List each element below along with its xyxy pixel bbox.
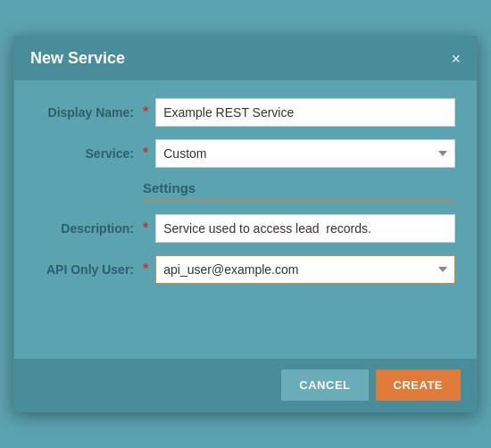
api-user-row: API Only User: * api_user@example.com ad… bbox=[36, 255, 455, 284]
service-row: Service: * Custom REST SOAP bbox=[36, 139, 455, 168]
description-row: Description: * bbox=[36, 214, 455, 243]
api-user-select[interactable]: api_user@example.com admin@example.com bbox=[155, 255, 455, 284]
dialog-footer: CANCEL CREATE bbox=[14, 359, 477, 411]
display-name-required: * bbox=[143, 104, 148, 120]
display-name-input[interactable] bbox=[155, 98, 455, 127]
display-name-label: Display Name: bbox=[36, 105, 143, 120]
service-label: Service: bbox=[36, 146, 143, 161]
description-input[interactable] bbox=[155, 214, 455, 243]
cancel-button[interactable]: CANCEL bbox=[281, 369, 368, 401]
api-user-required: * bbox=[143, 261, 148, 278]
close-button[interactable]: × bbox=[451, 51, 461, 67]
service-select[interactable]: Custom REST SOAP bbox=[155, 139, 455, 168]
settings-title: Settings bbox=[143, 180, 455, 195]
create-button[interactable]: CREATE bbox=[376, 369, 461, 401]
dialog-header: New Service × bbox=[14, 37, 477, 80]
description-required: * bbox=[143, 220, 148, 236]
dialog-title: New Service bbox=[30, 49, 125, 68]
display-name-row: Display Name: * bbox=[36, 98, 455, 127]
settings-section: Settings bbox=[36, 180, 455, 202]
service-required: * bbox=[143, 145, 148, 162]
api-user-label: API Only User: bbox=[36, 262, 143, 277]
new-service-dialog: New Service × Display Name: * Service: *… bbox=[13, 36, 478, 412]
description-label: Description: bbox=[36, 221, 143, 236]
dialog-body: Display Name: * Service: * Custom REST S… bbox=[14, 80, 477, 305]
settings-divider bbox=[143, 201, 455, 202]
